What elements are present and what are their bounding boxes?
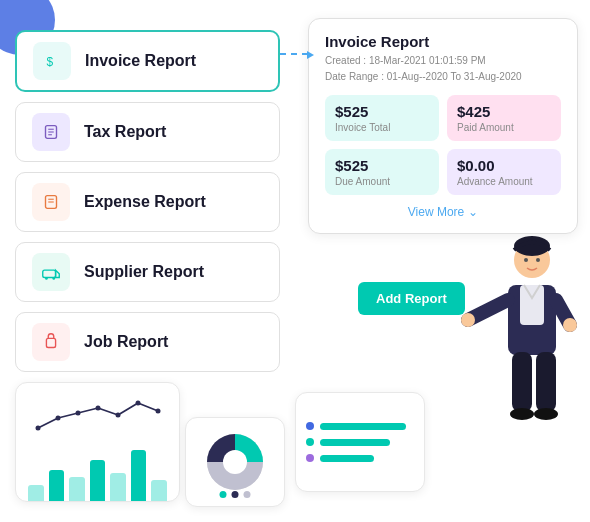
- bar-4: [90, 460, 106, 502]
- list-bar-3: [320, 455, 374, 462]
- invoice-detail-card: Invoice Report Created : 18-Mar-2021 01:…: [308, 18, 578, 234]
- pie-legend-dot-1: [220, 491, 227, 498]
- svg-point-40: [223, 450, 247, 474]
- svg-rect-26: [512, 352, 532, 412]
- tax-report-label: Tax Report: [84, 123, 166, 141]
- pie-chart-card: [185, 417, 285, 507]
- list-row-1: [306, 422, 414, 430]
- due-amount-value: $525: [335, 157, 429, 174]
- invoice-total-value: $525: [335, 103, 429, 120]
- job-report-label: Job Report: [84, 333, 168, 351]
- expense-icon: [32, 183, 70, 221]
- bar-3: [69, 477, 85, 502]
- view-more-link[interactable]: View More ⌄: [325, 205, 561, 219]
- invoice-report-label: Invoice Report: [85, 52, 196, 70]
- list-dot-3: [306, 454, 314, 462]
- bar-chart: [28, 445, 167, 502]
- svg-point-31: [536, 258, 540, 262]
- svg-point-33: [56, 416, 61, 421]
- list-dot-1: [306, 422, 314, 430]
- invoice-icon: $: [33, 42, 71, 80]
- list-bar-2: [320, 439, 390, 446]
- svg-rect-27: [536, 352, 556, 412]
- advance-amount-label: Advance Amount: [457, 176, 551, 187]
- report-item-tax[interactable]: Tax Report: [15, 102, 280, 162]
- pie-legend-dot-2: [232, 491, 239, 498]
- supplier-report-label: Supplier Report: [84, 263, 204, 281]
- bar-7: [151, 480, 167, 502]
- add-report-button[interactable]: Add Report: [358, 282, 465, 315]
- tax-icon: [32, 113, 70, 151]
- list-row-2: [306, 438, 414, 446]
- report-item-supplier[interactable]: Supplier Report: [15, 242, 280, 302]
- bar-1: [28, 485, 44, 502]
- svg-point-14: [45, 277, 48, 280]
- stat-due-amount: $525 Due Amount: [325, 149, 439, 195]
- report-item-expense[interactable]: Expense Report: [15, 172, 280, 232]
- svg-point-36: [116, 413, 121, 418]
- svg-point-28: [510, 408, 534, 420]
- stat-invoice-total: $525 Invoice Total: [325, 95, 439, 141]
- invoice-created-meta: Created : 18-Mar-2021 01:01:59 PM Date R…: [325, 53, 561, 85]
- svg-point-23: [461, 313, 475, 327]
- report-item-invoice[interactable]: $ Invoice Report: [15, 30, 280, 92]
- bar-chart-card: [15, 382, 180, 502]
- svg-point-37: [136, 401, 141, 406]
- invoice-card-title: Invoice Report: [325, 33, 561, 50]
- due-amount-label: Due Amount: [335, 176, 429, 187]
- bar-2: [49, 470, 65, 502]
- invoice-total-label: Invoice Total: [335, 122, 429, 133]
- bar-6: [131, 450, 147, 502]
- person-illustration: [460, 230, 580, 450]
- svg-point-29: [534, 408, 558, 420]
- report-list: $ Invoice Report Tax Report Expense Repo…: [15, 30, 280, 372]
- list-bar-1: [320, 423, 406, 430]
- expense-report-label: Expense Report: [84, 193, 206, 211]
- svg-point-30: [524, 258, 528, 262]
- connection-arrow: [280, 53, 308, 55]
- svg-point-34: [76, 411, 81, 416]
- stats-grid: $525 Invoice Total $425 Paid Amount $525…: [325, 95, 561, 195]
- svg-rect-21: [520, 285, 544, 325]
- list-chart-card: [295, 392, 425, 492]
- svg-point-32: [36, 426, 41, 431]
- svg-point-35: [96, 406, 101, 411]
- stat-advance-amount: $0.00 Advance Amount: [447, 149, 561, 195]
- stat-paid-amount: $425 Paid Amount: [447, 95, 561, 141]
- supplier-icon: [32, 253, 70, 291]
- svg-point-15: [52, 277, 55, 280]
- job-icon: [32, 323, 70, 361]
- pie-legend-dot-3: [244, 491, 251, 498]
- svg-point-25: [563, 318, 577, 332]
- list-dot-2: [306, 438, 314, 446]
- bar-5: [110, 473, 126, 502]
- list-row-3: [306, 454, 414, 462]
- paid-amount-label: Paid Amount: [457, 122, 551, 133]
- svg-point-38: [156, 409, 161, 414]
- paid-amount-value: $425: [457, 103, 551, 120]
- report-item-job[interactable]: Job Report: [15, 312, 280, 372]
- advance-amount-value: $0.00: [457, 157, 551, 174]
- svg-text:$: $: [47, 55, 54, 69]
